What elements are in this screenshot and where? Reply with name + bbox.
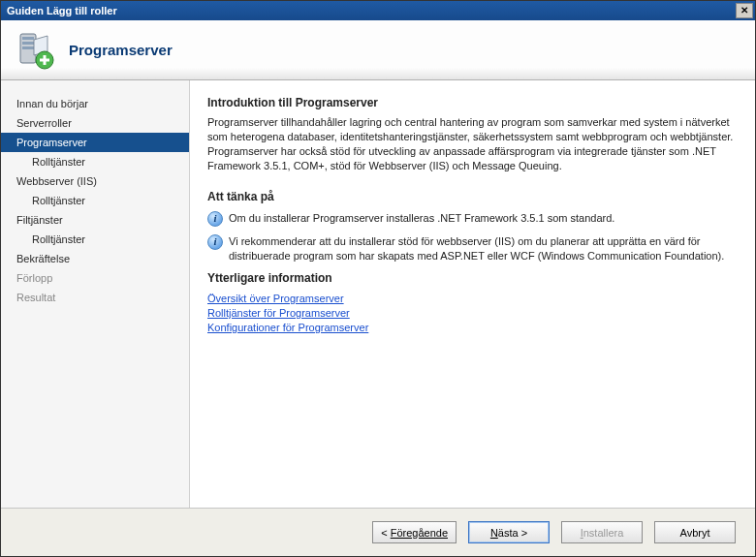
info-icon xyxy=(207,234,223,250)
close-button[interactable]: ✕ xyxy=(736,3,753,18)
cancel-button[interactable]: Avbryt xyxy=(654,521,736,543)
consider-item: Om du installerar Programserver installe… xyxy=(207,211,736,227)
next-label-rest: ästa > xyxy=(498,527,527,539)
sidebar-item-bekr-ftelse[interactable]: Bekräftelse xyxy=(1,249,189,268)
sidebar-item-rolltj-nster[interactable]: Rolltjänster xyxy=(1,191,189,210)
previous-label: Föregående xyxy=(391,527,448,539)
sidebar-item-filtj-nster[interactable]: Filtjänster xyxy=(1,210,189,230)
sidebar-item-programserver[interactable]: Programserver xyxy=(1,133,189,152)
consider-heading: Att tänka på xyxy=(207,190,736,203)
next-button[interactable]: Nästa > xyxy=(468,521,550,543)
sidebar: Innan du börjarServerrollerProgramserver… xyxy=(1,80,190,508)
server-role-icon xyxy=(15,30,55,71)
footer-buttons: < Föregående Nästa > Installera Avbryt xyxy=(1,508,755,556)
links-list: Översikt över Programserver Rolltjänster… xyxy=(207,293,736,333)
svg-rect-3 xyxy=(22,46,34,49)
svg-rect-2 xyxy=(22,42,34,45)
header-band: Programserver xyxy=(1,20,755,80)
sidebar-item-innan-du-b-rjar[interactable]: Innan du börjar xyxy=(1,94,189,113)
consider-text: Vi rekommenderar att du installerar stöd… xyxy=(229,234,736,263)
intro-heading: Introduktion till Programserver xyxy=(207,96,736,109)
link-roleservices[interactable]: Rolltjänster för Programserver xyxy=(207,307,736,319)
content-pane: Introduktion till Programserver Programs… xyxy=(190,80,755,508)
sidebar-item-webbserver-iis-[interactable]: Webbserver (IIS) xyxy=(1,171,189,191)
page-title: Programserver xyxy=(69,42,173,58)
consider-text: Om du installerar Programserver installe… xyxy=(229,211,614,227)
titlebar: Guiden Lägg till roller ✕ xyxy=(1,1,755,20)
install-label-rest: nstallera xyxy=(583,527,624,539)
next-underline: N xyxy=(490,527,498,539)
window-title: Guiden Lägg till roller xyxy=(7,5,736,16)
link-overview[interactable]: Översikt över Programserver xyxy=(207,293,736,304)
sidebar-item-rolltj-nster[interactable]: Rolltjänster xyxy=(1,152,189,171)
intro-text: Programserver tillhandahåller lagring oc… xyxy=(207,115,736,172)
sidebar-item-rolltj-nster[interactable]: Rolltjänster xyxy=(1,230,189,249)
wizard-window: Guiden Lägg till roller ✕ Programserver … xyxy=(0,0,756,557)
consider-item: Vi rekommenderar att du installerar stöd… xyxy=(207,234,736,263)
svg-rect-1 xyxy=(22,37,34,40)
body-area: Innan du börjarServerrollerProgramserver… xyxy=(1,80,755,508)
sidebar-item-f-rlopp: Förlopp xyxy=(1,268,189,288)
sidebar-item-resultat: Resultat xyxy=(1,288,189,307)
install-button: Installera xyxy=(561,521,643,543)
info-icon xyxy=(207,211,223,227)
more-info-heading: Ytterligare information xyxy=(207,271,736,285)
sidebar-item-serverroller[interactable]: Serverroller xyxy=(1,113,189,133)
svg-rect-6 xyxy=(40,58,49,61)
link-configurations[interactable]: Konfigurationer för Programserver xyxy=(207,322,736,333)
previous-button[interactable]: < Föregående xyxy=(372,521,457,543)
